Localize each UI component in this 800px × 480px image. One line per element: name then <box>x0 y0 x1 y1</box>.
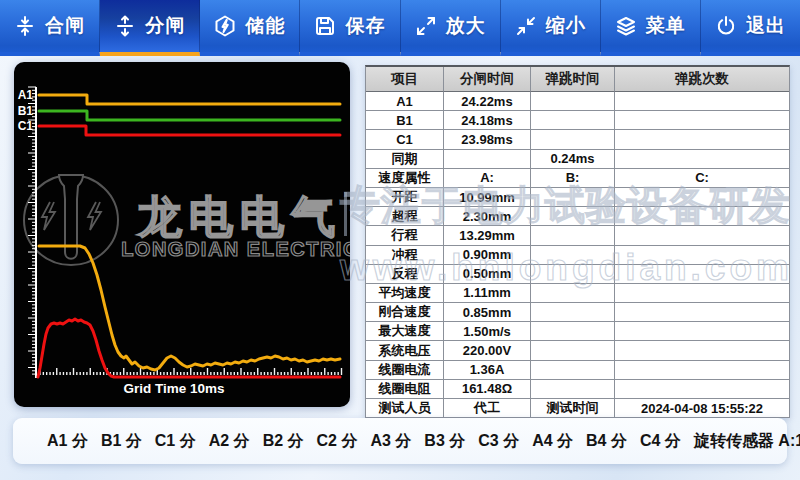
table-cell <box>531 207 615 226</box>
table-cell: C: <box>615 169 789 188</box>
table-cell: 超程 <box>366 207 444 226</box>
toolbar-button-label: 菜单 <box>646 13 686 39</box>
toolbar-button-label: 合闸 <box>45 13 85 39</box>
table-cell <box>531 303 615 322</box>
table-row: 同期0.24ms <box>366 150 789 169</box>
table-cell <box>615 361 789 380</box>
table-cell <box>615 341 789 360</box>
table-cell: 13.29mm <box>444 226 531 245</box>
table-cell: 开距 <box>366 188 444 207</box>
table-row: 平均速度1.11mm <box>366 284 789 303</box>
phase-c1-trace <box>39 126 340 135</box>
table-cell <box>531 111 615 130</box>
travel-curve-trace <box>39 246 340 370</box>
phase-trace-label: C1 <box>18 119 34 133</box>
table-row: 测试人员代工测试时间2024-04-08 15:55:22 <box>366 399 789 417</box>
close-switch-button[interactable]: 合闸 <box>0 0 100 56</box>
brand-watermark: 龙电电气 LONGDIAN ELECTRIC <box>24 175 350 265</box>
table-cell <box>615 92 789 111</box>
zoom-in-button[interactable]: 放大 <box>401 0 501 56</box>
toolbar-button-label: 储能 <box>245 13 285 39</box>
table-cell <box>615 322 789 341</box>
table-row: 冲程0.90mm <box>366 246 789 265</box>
table-cell <box>531 284 615 303</box>
energy-storage-icon <box>214 15 236 37</box>
table-cell <box>615 150 789 169</box>
table-row: 线圈电阻161.48Ω <box>366 380 789 399</box>
table-cell: 同期 <box>366 150 444 169</box>
table-row: 反程0.50mm <box>366 265 789 284</box>
table-cell: 行程 <box>366 226 444 245</box>
table-cell: B: <box>531 169 615 188</box>
phase-status-item: C3 分 <box>478 431 519 452</box>
table-row: A124.22ms <box>366 92 789 111</box>
phase-status-item: B1 分 <box>101 431 142 452</box>
phase-status-item: A4 分 <box>532 431 573 452</box>
exit-button[interactable]: 退出 <box>701 0 800 56</box>
close-switch-icon <box>14 15 36 37</box>
table-cell <box>531 380 615 399</box>
power-icon <box>715 15 737 37</box>
table-cell: 系统电压 <box>366 341 444 360</box>
table-row: 超程2.30mm <box>366 207 789 226</box>
toolbar-button-label: 退出 <box>746 13 786 39</box>
phase-status-item: C1 分 <box>155 431 196 452</box>
table-cell: 线圈电阻 <box>366 380 444 399</box>
table-cell <box>615 207 789 226</box>
table-cell <box>615 111 789 130</box>
table-cell <box>531 130 615 149</box>
save-icon <box>314 15 336 37</box>
toolbar-button-label: 放大 <box>446 13 486 39</box>
zoom-out-button[interactable]: 缩小 <box>501 0 601 56</box>
table-cell <box>615 246 789 265</box>
phase-b1-trace <box>39 111 340 120</box>
phase-trace-label: B1 <box>18 104 34 118</box>
open-switch-button[interactable]: 分闸 <box>100 0 200 56</box>
table-cell <box>531 246 615 265</box>
watermark-cn-text: 龙电电气 <box>136 192 342 241</box>
table-cell <box>615 130 789 149</box>
table-cell <box>531 226 615 245</box>
table-cell: 平均速度 <box>366 284 444 303</box>
toolbar-button-label: 保存 <box>345 13 385 39</box>
open-switch-icon <box>114 15 136 37</box>
table-cell: 测试时间 <box>531 399 615 417</box>
table-cell: 23.98ms <box>444 130 531 149</box>
save-button[interactable]: 保存 <box>300 0 400 56</box>
table-cell <box>531 322 615 341</box>
phase-status-bar: A1 分B1 分C1 分A2 分B2 分C2 分A3 分B3 分C3 分A4 分… <box>13 418 787 464</box>
table-cell: 2.30mm <box>444 207 531 226</box>
watermark-en-text: LONGDIAN ELECTRIC <box>121 238 350 260</box>
phase-status-item: A1 分 <box>47 431 88 452</box>
table-cell: 测试人员 <box>366 399 444 417</box>
toolbar-button-label: 缩小 <box>546 13 586 39</box>
table-cell <box>615 265 789 284</box>
toolbar: 合闸 分闸 储能 保存 放大 缩 <box>0 0 800 56</box>
table-cell: B1 <box>366 111 444 130</box>
energy-storage-button[interactable]: 储能 <box>200 0 300 56</box>
table-header-cell: 弹跳次数 <box>615 67 789 92</box>
table-cell <box>531 188 615 207</box>
coil-current-trace <box>38 319 340 377</box>
table-cell: 冲程 <box>366 246 444 265</box>
table-row: 系统电压220.00V <box>366 341 789 360</box>
table-row: 速度属性A:B:C: <box>366 169 789 188</box>
table-row: B124.18ms <box>366 111 789 130</box>
table-cell: 24.22ms <box>444 92 531 111</box>
phase-status-item: A2 分 <box>209 431 250 452</box>
table-cell: 最大速度 <box>366 322 444 341</box>
table-cell: 线圈电流 <box>366 361 444 380</box>
table-header-cell: 项目 <box>366 67 444 92</box>
table-cell: 代工 <box>444 399 531 417</box>
zoom-in-icon <box>415 15 437 37</box>
phase-status-item: B2 分 <box>263 431 304 452</box>
table-cell <box>444 150 531 169</box>
table-cell: 161.48Ω <box>444 380 531 399</box>
table-cell: 1.50m/s <box>444 322 531 341</box>
table-header-cell: 分闸时间 <box>444 67 531 92</box>
menu-button[interactable]: 菜单 <box>601 0 701 56</box>
table-cell: 1.11mm <box>444 284 531 303</box>
table-cell: 0.50mm <box>444 265 531 284</box>
time-axis-label: Grid Time 10ms <box>123 381 224 396</box>
toolbar-button-label: 分闸 <box>145 13 185 39</box>
